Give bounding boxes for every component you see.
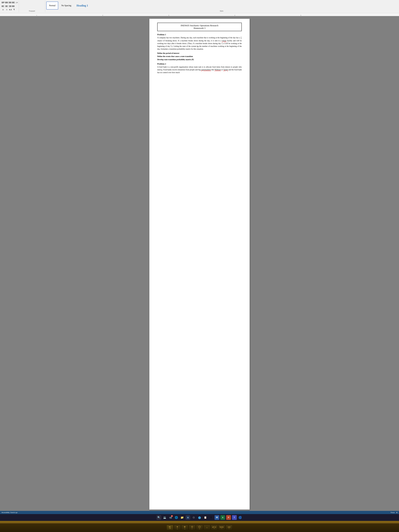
styles-label: Styles xyxy=(46,10,397,12)
svg-text:⊞: ⊞ xyxy=(187,517,189,519)
ruler-mark-3: 3 xyxy=(168,15,169,16)
taskbar-excel[interactable]: X xyxy=(220,515,225,520)
key-f10[interactable]: prt sc F10 xyxy=(211,525,218,530)
status-left: Accessibility: Good to go xyxy=(2,512,17,513)
walmart-word: Walmart xyxy=(215,69,221,71)
key-f10-top: prt sc xyxy=(212,526,216,528)
key-f11[interactable]: home F11 xyxy=(218,525,225,530)
svg-point-8 xyxy=(184,527,185,527)
repair-word: repair xyxy=(222,40,226,42)
be-word: be xyxy=(197,45,199,47)
key-f5-symbol xyxy=(176,526,178,528)
document-page[interactable]: INEN435 Stochastic Operations Research H… xyxy=(149,19,250,510)
ruler-mark-1: 1 xyxy=(36,15,37,16)
font-format-icon[interactable]: A xyxy=(5,8,8,11)
indent-right-icon[interactable] xyxy=(12,1,15,4)
key-f12[interactable]: end F12 xyxy=(226,525,233,530)
key-f7-label: F7 xyxy=(191,528,193,530)
define-item-3: Develop state transition probability mat… xyxy=(157,58,242,61)
line-spacing-icon[interactable]: ↕≡ xyxy=(15,1,18,4)
align-right-icon[interactable] xyxy=(8,5,11,8)
focus-status: Focus xyxy=(391,512,395,513)
key-f6[interactable]: F6 xyxy=(181,525,188,530)
styles-section: Normal No Spacing Heading 1 Styles xyxy=(45,0,398,12)
key-f4-symbol: ▶‖ xyxy=(169,526,171,528)
view-icon[interactable]: ⊞ xyxy=(396,512,397,513)
list-icon[interactable] xyxy=(5,1,8,4)
keyboard-area: ▶‖ F4 F5 F6 F7 F8 xyxy=(0,524,399,532)
key-f6-label: F6 xyxy=(184,528,185,530)
style-normal-preview: Normal xyxy=(49,4,56,7)
key-f4[interactable]: ▶‖ F4 xyxy=(166,525,173,530)
style-no-spacing[interactable]: No Spacing xyxy=(59,2,73,10)
ribbon-bottom-row: A A A↓Z ¶ xyxy=(2,8,18,11)
taskbar-clipboard[interactable]: 📋 xyxy=(203,515,208,520)
svg-point-13 xyxy=(191,526,193,527)
fraction-denominator: 3 xyxy=(241,38,242,39)
key-f11-label: F11 xyxy=(221,528,223,529)
key-f5-label: F5 xyxy=(177,528,178,530)
taskbar-word[interactable]: W xyxy=(215,515,219,520)
problem1-main-body: chance of breaking down. If a machine br… xyxy=(157,40,242,50)
hinge-bar xyxy=(0,522,399,524)
font-a-icon[interactable]: A xyxy=(2,8,5,11)
sort-icon[interactable] xyxy=(2,1,5,4)
target-word: Target xyxy=(223,69,228,71)
svg-point-2 xyxy=(177,526,178,527)
taskbar-office[interactable]: ⊞ xyxy=(185,515,190,520)
taskbar-explorer[interactable]: 📁 xyxy=(180,515,184,520)
taskbar: 🔍 💻 📹 6 🌐 📁 ⊞ ⊖ ⬤ 📋 ⠿ W X P T 🌀 xyxy=(0,514,399,521)
status-bar: Accessibility: Good to go Focus ⊞ xyxy=(0,511,399,514)
ruler-marks: 1 2 3 4 5 xyxy=(5,13,394,16)
document-title-box: INEN435 Stochastic Operations Research H… xyxy=(157,23,242,31)
ruler-mark-4: 4 xyxy=(234,15,235,16)
taskbar-badge-6: 6 xyxy=(171,515,173,517)
document-area: INEN435 Stochastic Operations Research H… xyxy=(0,16,399,511)
taskbar-circle-icon[interactable]: ⊖ xyxy=(191,515,196,520)
it-word: it xyxy=(161,69,162,71)
key-f10-label: F10 xyxy=(213,528,215,529)
taskbar-search[interactable]: 🔍 xyxy=(157,515,161,520)
key-f6-symbol xyxy=(184,526,186,528)
problem1-text-part1: A company has two machines. During any d… xyxy=(157,37,240,39)
key-f8-symbol xyxy=(198,526,201,528)
taskbar-teams[interactable]: T xyxy=(232,515,237,520)
justify-icon[interactable] xyxy=(12,5,15,8)
key-f7[interactable]: F7 xyxy=(189,525,196,530)
laptop-bottom: ▶‖ F4 F5 F6 F7 F8 xyxy=(0,521,399,532)
key-f9[interactable]: F9 xyxy=(203,525,210,530)
align-center-icon[interactable] xyxy=(5,5,8,8)
taskbar-edge[interactable]: 🌐 xyxy=(174,515,179,520)
svg-rect-18 xyxy=(199,526,200,528)
key-f5[interactable]: F5 xyxy=(174,525,181,530)
problem1-text: A company has two machines. During any d… xyxy=(157,36,242,51)
align-left-icon[interactable] xyxy=(2,5,5,8)
ribbon: ↕≡ xyxy=(0,0,399,13)
indent-left-icon[interactable] xyxy=(8,1,11,4)
accessibility-status: Accessibility: Good to go xyxy=(2,512,17,513)
sort-az-icon[interactable]: A↓Z xyxy=(9,8,12,11)
key-f8-label: F8 xyxy=(199,528,200,530)
taskbar-chrome[interactable]: 🌀 xyxy=(238,515,242,520)
taskbar-taskview[interactable]: 💻 xyxy=(162,515,167,520)
key-f11-top: home xyxy=(220,526,223,528)
problem2-text: A food bank is a non-profit organization… xyxy=(157,66,242,74)
key-f12-label: F12 xyxy=(228,528,230,529)
fraction-one-third: 1 3 xyxy=(241,36,242,39)
taskbar-blue-dot[interactable]: ⬤ xyxy=(197,515,202,520)
key-f8[interactable]: F8 xyxy=(196,525,203,530)
style-heading1[interactable]: Heading 1 xyxy=(74,2,90,10)
define-item-1: Define the period of interest xyxy=(157,52,242,55)
pilcrow-icon[interactable]: ¶ xyxy=(13,8,16,11)
taskbar-powerpoint[interactable]: P xyxy=(226,515,231,520)
taskbar-dots-icon[interactable]: ⠿ xyxy=(209,515,214,520)
taskbar-teams-chat[interactable]: 📹 6 xyxy=(168,515,173,520)
define-items-list: Define the period of interest Define the… xyxy=(157,52,242,61)
problem2-section: Problem 2 A food bank is a non-profit or… xyxy=(157,63,242,74)
style-normal[interactable]: Normal xyxy=(46,2,58,10)
ribbon-top-row: ↕≡ xyxy=(2,1,18,4)
style-heading1-preview: Heading 1 xyxy=(76,4,88,7)
ruler-mark-5: 5 xyxy=(300,15,301,16)
ribbon-align-row xyxy=(2,5,18,8)
supermarkets-word: supermarkets xyxy=(201,69,211,71)
